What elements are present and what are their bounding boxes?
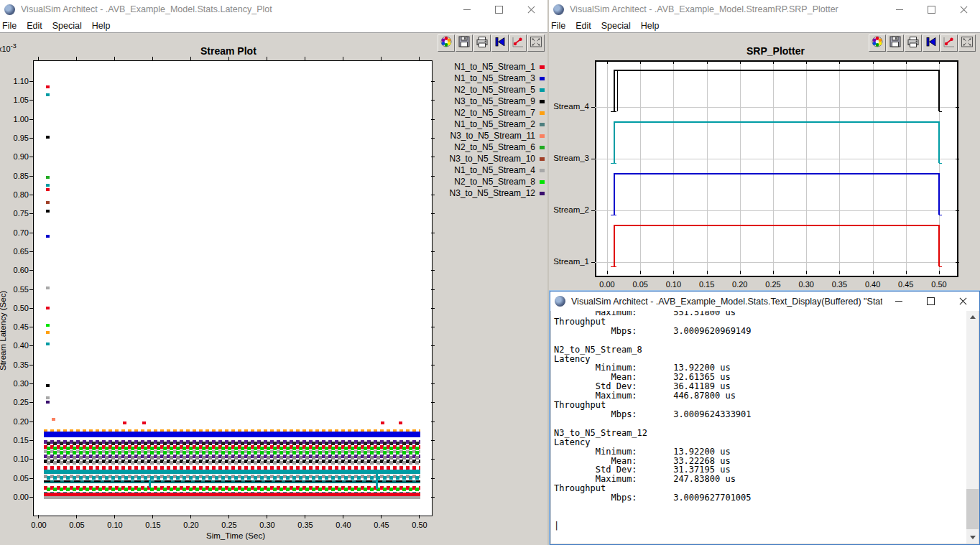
signal-baseline-end	[939, 215, 942, 215]
menu-file[interactable]: File	[0, 21, 22, 31]
maximize-button[interactable]	[483, 0, 515, 19]
data-point	[381, 421, 384, 424]
y-tick-right	[431, 365, 435, 365]
y-tick-right	[431, 345, 435, 346]
signal-baseline	[611, 215, 616, 215]
y-tick	[29, 327, 33, 327]
y-tick-label: 0.25	[7, 398, 29, 406]
color-wheel-icon	[871, 36, 884, 51]
scatter-band	[44, 432, 420, 437]
y-tick-label: 0.95	[7, 134, 29, 142]
legend-item: N3_to_N5_Stream_12	[450, 188, 545, 198]
menu-file[interactable]: File	[546, 21, 570, 31]
legend-marker	[540, 77, 545, 80]
signal-rise	[614, 70, 615, 111]
legend-marker	[540, 65, 545, 69]
band-layer	[47, 456, 420, 460]
x-tick-label: 0.35	[829, 280, 849, 289]
menu-help[interactable]: Help	[87, 21, 116, 31]
scatter-band	[44, 475, 420, 479]
data-point	[46, 184, 50, 187]
x-tick	[38, 515, 39, 518]
scroll-down-button[interactable]	[966, 531, 979, 544]
x-tick-label: 0.25	[219, 521, 239, 529]
menu-special[interactable]: Special	[47, 21, 87, 31]
legend-item: N2_to_N5_Stream_8	[454, 177, 545, 187]
y-tick-right	[431, 459, 435, 460]
color-wheel-button[interactable]	[869, 34, 886, 52]
legend-label: N3_to_N5_Stream_9	[454, 96, 535, 106]
fullscreen-button[interactable]	[958, 34, 976, 52]
scroll-up-button[interactable]	[966, 311, 979, 323]
scatter-band	[44, 466, 420, 474]
x-tick-top	[740, 60, 741, 64]
legend-marker	[540, 111, 545, 115]
x-tick-top	[873, 60, 874, 64]
scatter-band	[44, 449, 420, 454]
text-display-titlebar[interactable]: VisualSim Architect - .AVB_Example_Model…	[550, 292, 979, 311]
band-layer	[44, 470, 420, 474]
save-button[interactable]	[456, 34, 473, 52]
v-gridline	[707, 60, 708, 274]
menu-edit[interactable]: Edit	[22, 21, 47, 31]
visualsim-app-icon	[553, 4, 564, 15]
plot-points-button[interactable]	[940, 34, 958, 52]
close-button[interactable]	[947, 292, 979, 311]
y-tick	[29, 402, 33, 403]
data-point	[46, 287, 50, 289]
latency-window-title: VisualSim Architect - .AVB_Example_Model…	[21, 4, 272, 14]
x-tick	[228, 515, 229, 518]
print-button[interactable]	[905, 34, 922, 52]
close-button[interactable]	[948, 0, 980, 19]
vertical-scrollbar[interactable]	[966, 311, 979, 544]
data-point	[399, 421, 402, 424]
chevron-down-icon	[970, 536, 976, 539]
x-tick	[381, 515, 382, 518]
y-tick-right	[431, 270, 435, 271]
y-tick-right	[431, 421, 435, 422]
signal-baseline	[611, 266, 616, 267]
stats-text-area[interactable]: Maximum: 551.51800 us Throughput Mbps: 3…	[551, 311, 966, 544]
x-tick	[419, 515, 420, 518]
color-wheel-button[interactable]	[438, 34, 455, 52]
latency-menubar: File Edit Special Help	[0, 19, 547, 33]
minimize-button[interactable]	[450, 0, 483, 19]
legend-label: N1_to_N5_Stream_4	[454, 165, 535, 175]
legend-item: N3_to_N5_Stream_11	[450, 131, 545, 141]
menu-help[interactable]: Help	[636, 21, 665, 31]
signal-rise	[614, 121, 615, 163]
latency-titlebar[interactable]: VisualSim Architect - .AVB_Example_Model…	[0, 0, 547, 19]
print-button[interactable]	[473, 34, 491, 52]
save-button[interactable]	[887, 34, 904, 52]
x-tick	[640, 271, 641, 274]
y-tick-label: 0.05	[7, 474, 29, 483]
maximize-button[interactable]	[915, 0, 948, 19]
plot-points-button[interactable]	[509, 34, 527, 52]
signal-baseline	[611, 111, 616, 112]
rewind-button[interactable]	[491, 34, 509, 52]
maximize-button[interactable]	[915, 292, 947, 311]
close-icon	[960, 6, 968, 14]
y-tick-label: 0.65	[7, 247, 29, 256]
glitch-line	[149, 480, 151, 488]
signal-baseline-end	[939, 266, 942, 267]
minimize-button[interactable]	[882, 292, 915, 311]
close-button[interactable]	[515, 0, 547, 19]
x-tick	[740, 271, 741, 274]
y-tick-label: 0.10	[7, 455, 29, 463]
menu-edit[interactable]: Edit	[570, 21, 596, 31]
minimize-button[interactable]	[883, 0, 915, 19]
scrollbar-thumb[interactable]	[966, 489, 979, 529]
y-tick	[29, 365, 33, 365]
signal-fall	[938, 121, 940, 163]
latency-plot-content: x10-3 Stream Plot Stream Latency (Sec) S…	[0, 33, 547, 545]
band-layer	[44, 466, 420, 470]
plot-legend: N1_to_N5_Stream_1N1_to_N5_Stream_3N2_to_…	[428, 62, 545, 205]
menu-special[interactable]: Special	[596, 21, 636, 31]
y-tick	[29, 345, 33, 346]
y-tick-right	[431, 176, 435, 177]
fullscreen-button[interactable]	[527, 34, 545, 52]
srp-titlebar[interactable]: VisualSim Architect - .AVB_Example_Model…	[549, 0, 980, 19]
rewind-button[interactable]	[923, 34, 940, 52]
x-tick-label: 0.25	[763, 280, 783, 289]
